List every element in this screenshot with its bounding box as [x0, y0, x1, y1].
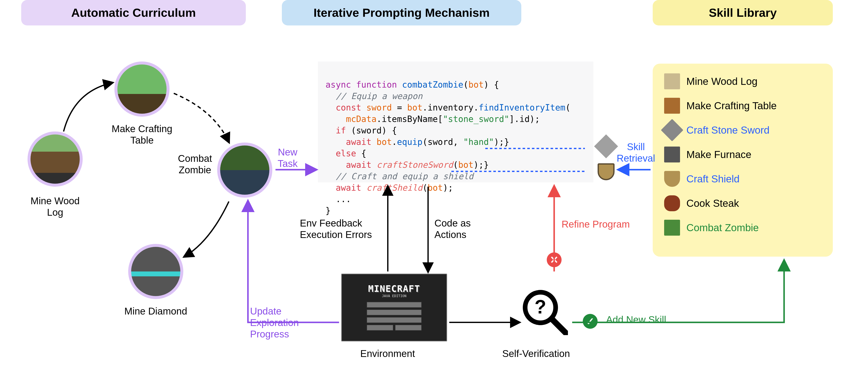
stone-sword-icon: [661, 119, 683, 141]
code-l7: else {: [336, 148, 366, 158]
code-l10: await craftSheild(bot);: [336, 183, 453, 193]
code-l4: mcData.itemsByName["stone_sword"].id);: [346, 114, 540, 124]
zombie-icon: [664, 220, 680, 235]
skill-label: Make Crafting Table: [686, 100, 777, 112]
label-add-new-skill: Add New Skill: [606, 314, 666, 325]
label-combat-zombie: Combat Zombie: [175, 153, 215, 176]
skill-item-craft-stone-sword: Craft Stone Sword: [664, 122, 822, 138]
sword-icon: [594, 134, 618, 158]
shield-icon: [598, 163, 615, 180]
code-l1: async function combatZombie(bot) {: [326, 80, 499, 89]
node-mine-wood-log: [28, 132, 83, 187]
crafting-table-icon: [664, 98, 680, 114]
svg-line-1: [552, 319, 566, 333]
node-combat-zombie: [217, 142, 272, 198]
label-code-as-actions: Code as Actions: [434, 217, 471, 240]
code-box: async function combatZombie(bot) { // Eq…: [318, 61, 593, 182]
skill-item-combat-zombie: Combat Zombie: [664, 220, 822, 235]
wood-icon: [664, 74, 680, 89]
node-mine-diamond: [128, 244, 183, 299]
code-l9: // Craft and equip a shield: [336, 171, 473, 181]
label-make-crafting-table: Make Crafting Table: [102, 123, 182, 146]
menu-button: [395, 325, 422, 331]
menu-button: [367, 325, 393, 331]
skill-label: Combat Zombie: [686, 222, 758, 233]
label-skill-retrieval: Skill Retrieval: [617, 141, 655, 164]
add-skill-success-icon: ✓: [583, 314, 598, 329]
skill-item-craft-shield: Craft Shield: [664, 171, 822, 187]
code-l2: // Equip a weapon: [336, 91, 422, 101]
code-l11: ...: [336, 194, 351, 204]
skill-label: Craft Shield: [686, 173, 740, 185]
magnifier-icon: ?: [521, 288, 568, 335]
thumb-crafting-table: [117, 64, 166, 114]
header-automatic-curriculum: Automatic Curriculum: [21, 0, 246, 25]
shield-small-icon: [664, 171, 680, 187]
minecraft-subtitle: JAVA EDITION: [382, 294, 406, 298]
skill-item-cook-steak: Cook Steak: [664, 195, 822, 211]
skill-item-mine-wood: Mine Wood Log: [664, 74, 822, 89]
code-l8: await craftStoneSword(bot);}: [346, 160, 489, 170]
label-environment: Environment: [360, 348, 415, 359]
environment-screenshot: MINECRAFT JAVA EDITION: [341, 274, 447, 341]
header-iterative-prompting: Iterative Prompting Mechanism: [282, 0, 521, 25]
steak-icon: [664, 195, 680, 211]
minecraft-logo: MINECRAFT: [368, 284, 420, 294]
label-env-feedback: Env Feedback Execution Errors: [300, 217, 372, 240]
skill-library-panel: Mine Wood Log Make Crafting Table Craft …: [653, 64, 833, 257]
thumb-zombie: [220, 145, 269, 195]
svg-text:?: ?: [535, 296, 546, 317]
skill-item-crafting-table: Make Crafting Table: [664, 98, 822, 114]
skill-label: Craft Stone Sword: [686, 124, 770, 136]
menu-button: [367, 309, 422, 315]
label-mine-diamond: Mine Diamond: [118, 305, 194, 317]
thumb-diamond: [131, 247, 180, 296]
node-make-crafting-table: [115, 61, 169, 117]
refine-fail-icon: ✕: [547, 252, 562, 267]
label-refine-program: Refine Program: [562, 219, 630, 230]
code-l3: const sword = bot.inventory.findInventor…: [336, 103, 570, 112]
label-update-progress: Update Exploration Progress: [250, 305, 299, 340]
furnace-icon: [664, 146, 680, 163]
skill-label: Cook Steak: [686, 197, 739, 209]
code-l12: }: [326, 206, 331, 216]
label-self-verification: Self-Verification: [502, 348, 570, 359]
skill-label: Make Furnace: [686, 149, 751, 160]
menu-button: [367, 317, 422, 323]
code-l6: await bot.equip(sword, "hand");}: [346, 137, 509, 147]
skill-item-make-furnace: Make Furnace: [664, 146, 822, 163]
menu-button: [367, 302, 422, 308]
skill-label: Mine Wood Log: [686, 76, 757, 87]
thumb-mine-wood: [31, 135, 80, 184]
header-skill-library: Skill Library: [653, 0, 833, 25]
label-new-task: New Task: [278, 146, 298, 169]
code-l5: if (sword) {: [336, 125, 397, 135]
label-mine-wood-log: Mine Wood Log: [22, 195, 88, 218]
